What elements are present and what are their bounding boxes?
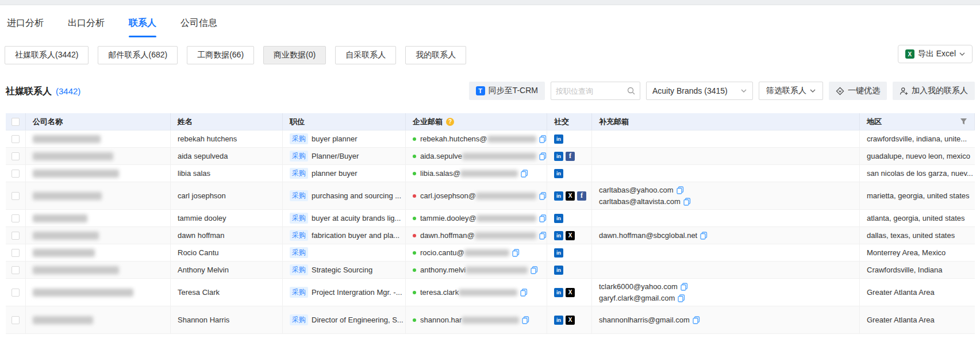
copy-icon[interactable]	[683, 198, 691, 206]
copy-icon[interactable]	[539, 232, 547, 240]
table-row[interactable]: rebekah hutchens采购buyer plannerrebekah.h…	[6, 130, 975, 148]
row-checkbox[interactable]	[11, 214, 20, 222]
filter-contacts-button[interactable]: 筛选联系人	[759, 82, 823, 100]
contact-name: Teresa Clark	[171, 279, 283, 306]
tab-export-analysis[interactable]: 出口分析	[68, 17, 105, 37]
x-icon[interactable]: X	[566, 316, 575, 325]
copy-icon[interactable]	[700, 232, 708, 240]
copy-icon[interactable]	[539, 152, 547, 160]
filter-contacts-label: 筛选联系人	[766, 86, 806, 96]
linkedin-icon[interactable]: in	[554, 248, 563, 258]
linkedin-icon[interactable]: in	[554, 266, 563, 275]
row-checkbox[interactable]	[11, 135, 20, 143]
chip-social-contacts[interactable]: 社媒联系人(3442)	[5, 46, 89, 64]
select-all-checkbox[interactable]	[11, 118, 20, 126]
tab-import-analysis[interactable]: 进口分析	[7, 17, 44, 37]
table-row[interactable]: Anthony Melvin采购Strategic Sourcinganthon…	[6, 262, 975, 279]
email-domain-redacted	[464, 249, 509, 256]
filter-funnel-icon[interactable]	[960, 118, 967, 125]
row-checkbox[interactable]	[11, 266, 20, 274]
company-filter-select[interactable]: Acuity Brands (3415)	[646, 82, 753, 100]
email-status-dot	[413, 172, 416, 175]
contact-name: Anthony Melvin	[171, 262, 283, 278]
table-row[interactable]: dawn hoffman采购fabrication buyer and pla.…	[6, 227, 975, 244]
company-name-redacted	[33, 135, 101, 143]
row-checkbox[interactable]	[11, 192, 20, 200]
company-name-redacted	[33, 316, 93, 324]
add-to-my-contacts-button[interactable]: 加入我的联系人	[893, 82, 975, 100]
chip-self-collected[interactable]: 自采联系人	[335, 46, 396, 64]
email-domain-redacted	[476, 215, 536, 222]
company-name-redacted	[33, 192, 102, 200]
copy-icon[interactable]	[539, 214, 547, 222]
copy-icon[interactable]	[512, 249, 520, 257]
copy-icon[interactable]	[677, 186, 684, 194]
email-help-icon[interactable]: ?	[446, 118, 454, 126]
row-checkbox[interactable]	[11, 249, 20, 257]
table-row[interactable]: tammie dooley采购buyer at acuity brands li…	[6, 210, 975, 227]
facebook-icon[interactable]: f	[577, 191, 586, 201]
chip-commercial-data[interactable]: 商业数据(0)	[263, 46, 326, 64]
linkedin-icon[interactable]: in	[554, 214, 563, 223]
person-add-icon	[900, 87, 908, 95]
position-tag: 采购	[290, 213, 308, 224]
sync-tcrm-button[interactable]: T 同步至T-CRM	[469, 82, 545, 100]
position-tag: 采购	[290, 230, 308, 241]
facebook-icon[interactable]: f	[566, 152, 575, 161]
table-row[interactable]: Rocio Cantu采购rocio.cantu@inMonterrey Are…	[6, 244, 975, 262]
linkedin-icon[interactable]: in	[554, 152, 563, 161]
linkedin-icon[interactable]: in	[554, 231, 563, 240]
row-checkbox[interactable]	[11, 170, 20, 178]
tab-company-info[interactable]: 公司信息	[180, 17, 217, 37]
contact-name: Shannon Harris	[171, 306, 283, 333]
x-icon[interactable]: X	[566, 231, 575, 240]
tab-contacts[interactable]: 联系人	[129, 17, 156, 37]
copy-icon[interactable]	[520, 289, 528, 297]
company-name-redacted	[33, 214, 87, 222]
row-checkbox[interactable]	[11, 289, 20, 297]
position-search-input[interactable]	[556, 87, 627, 95]
email-domain-redacted	[476, 193, 536, 199]
corp-email-text: tammie.dooley@	[420, 214, 476, 222]
x-icon[interactable]: X	[566, 288, 575, 297]
copy-icon[interactable]	[693, 316, 700, 324]
export-excel-button[interactable]: X 导出 Excel	[898, 45, 973, 63]
chip-email-contacts[interactable]: 邮件联系人(682)	[98, 46, 178, 64]
row-checkbox[interactable]	[11, 232, 20, 240]
table-row[interactable]: aida sepulveda采购Planner/Buyeraida.sepulv…	[6, 148, 975, 165]
position-text: Project Intergration Mgr. -...	[312, 288, 402, 297]
linkedin-icon[interactable]: in	[554, 135, 563, 144]
chevron-down-icon	[810, 89, 816, 93]
email-domain-redacted	[462, 153, 536, 160]
quality-pick-icon	[836, 87, 844, 95]
linkedin-icon[interactable]: in	[554, 288, 563, 297]
linkedin-icon[interactable]: in	[554, 191, 563, 201]
position-search-box	[551, 82, 640, 100]
chip-my-contacts[interactable]: 我的联系人	[405, 46, 466, 64]
row-checkbox[interactable]	[11, 152, 20, 160]
table-row[interactable]: libia salas采购planner buyerlibia.salas@in…	[6, 165, 975, 182]
copy-icon[interactable]	[531, 266, 538, 274]
company-name-redacted	[33, 232, 99, 240]
copy-icon[interactable]	[678, 294, 685, 302]
region-text: Greater Atlanta Area	[860, 306, 975, 333]
linkedin-icon[interactable]: in	[554, 169, 563, 178]
x-icon[interactable]: X	[566, 191, 575, 201]
chip-business-registry[interactable]: 工商数据(66)	[187, 46, 254, 64]
linkedin-icon[interactable]: in	[554, 316, 563, 325]
copy-icon[interactable]	[539, 192, 547, 200]
contact-name: carl josephson	[171, 182, 283, 209]
copy-icon[interactable]	[522, 316, 529, 324]
table-row[interactable]: Teresa Clark采购Project Intergration Mgr. …	[6, 279, 975, 306]
col-header-region: 地区	[860, 113, 975, 130]
copy-icon[interactable]	[539, 135, 547, 143]
one-click-select-button[interactable]: 一键优选	[829, 82, 887, 100]
table-row[interactable]: carl josephson采购purchasing and sourcing …	[6, 182, 975, 210]
row-checkbox[interactable]	[11, 316, 20, 324]
copy-icon[interactable]	[521, 170, 528, 178]
col-header-name: 姓名	[171, 113, 283, 130]
copy-icon[interactable]	[681, 283, 688, 291]
table-row[interactable]: Shannon Harris采购Director of Engineering,…	[6, 306, 975, 334]
extra-email-text: dawn.hoffman@sbcglobal.net	[599, 230, 697, 241]
position-text: Strategic Sourcing	[312, 266, 372, 274]
